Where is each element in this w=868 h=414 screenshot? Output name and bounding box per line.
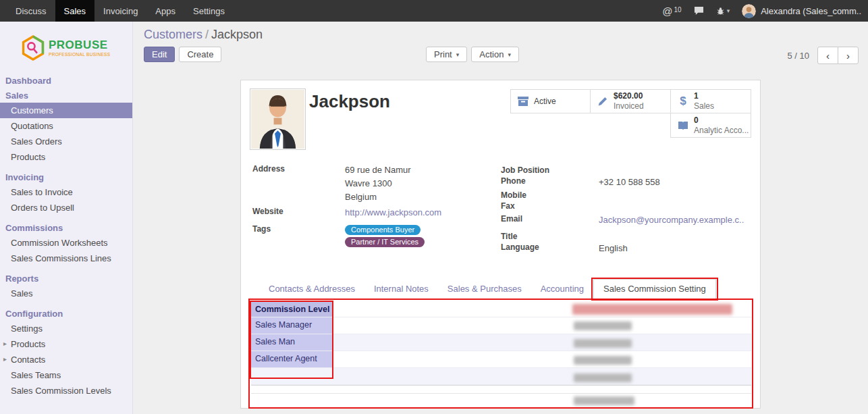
email-label: Email — [501, 214, 522, 224]
redacted-value — [574, 356, 632, 365]
breadcrumb-customers-link[interactable]: Customers — [144, 28, 202, 41]
menu-invoicing[interactable]: Invoicing — [94, 0, 146, 22]
sidebar-item-label: Contacts — [11, 355, 45, 365]
action-buttons: Print Action — [426, 47, 519, 62]
logo-hexagon-icon — [22, 35, 45, 61]
tags-label: Tags — [252, 224, 271, 234]
company-logo[interactable]: PROBUSE PROFESSIONAL BUSINESS — [0, 22, 132, 69]
form-buttons: Edit Create — [144, 47, 221, 62]
active-stat-button[interactable]: Active — [510, 89, 591, 113]
action-dropdown-button[interactable]: Action — [471, 47, 519, 62]
sidebar-item-commissions[interactable]: Commissions — [0, 220, 132, 235]
stat-label: Sales — [694, 101, 714, 111]
tab-internal-notes[interactable]: Internal Notes — [364, 279, 438, 299]
stat-value: 0 — [694, 115, 749, 126]
tags-list: Components Buyer Partner / IT Services — [345, 225, 425, 247]
sidebar-item-quotations[interactable]: Quotations — [0, 118, 132, 134]
create-button[interactable]: Create — [179, 47, 221, 62]
sidebar-item-commission-worksheets[interactable]: Commission Worksheets — [0, 235, 132, 251]
edit-button[interactable]: Edit — [144, 47, 175, 62]
sidebar-item-invoicing[interactable]: Invoicing — [0, 170, 132, 184]
sidebar-item-products[interactable]: Products — [0, 149, 132, 165]
sidebar-item-config-settings[interactable]: Settings — [0, 321, 132, 336]
main-content: Customers/Jackpson Edit Create Print Act… — [133, 22, 868, 414]
menu-settings[interactable]: Settings — [184, 0, 234, 22]
pager-next-button[interactable] — [838, 47, 859, 64]
breadcrumb-separator: / — [205, 28, 209, 41]
pencil-icon — [597, 97, 609, 106]
sidebar-item-sales-to-invoice[interactable]: Sales to Invoice — [0, 184, 132, 200]
tab-sales-purchases[interactable]: Sales & Purchases — [438, 279, 531, 299]
messages-button[interactable] — [694, 6, 704, 16]
cell-commission-level — [251, 368, 333, 384]
cell-commission-level: Sales Man — [251, 334, 333, 351]
pager: 5 / 10 — [787, 47, 859, 64]
sidebar-item-orders-to-upsell[interactable]: Orders to Upsell — [0, 200, 132, 215]
sidebar-item-customers[interactable]: Customers — [0, 103, 132, 118]
logo-text: PROBUSE PROFESSIONAL BUSINESS — [49, 39, 110, 57]
analytic-accounts-stat-button[interactable]: 0 Analytic Acco... — [670, 113, 751, 138]
sidebar-item-sales-orders[interactable]: Sales Orders — [0, 134, 132, 149]
top-navbar: Discuss Sales Invoicing Apps Settings @ … — [0, 0, 868, 22]
print-dropdown-button[interactable]: Print — [426, 47, 467, 62]
bug-icon — [716, 7, 725, 16]
sidebar-item-sales-commission-levels[interactable]: Sales Commission Levels — [0, 383, 132, 398]
tag-components-buyer: Components Buyer — [345, 225, 421, 235]
cell-value — [333, 334, 751, 351]
tab-sales-commission-setting[interactable]: Sales Commission Setting — [593, 279, 716, 299]
logo-subtitle: PROFESSIONAL BUSINESS — [49, 52, 110, 57]
sales-stat-button[interactable]: $ 1 Sales — [670, 89, 751, 113]
sidebar-item-sales[interactable]: Sales — [0, 88, 132, 103]
sidebar-item-config-contacts[interactable]: ▸ Contacts — [0, 352, 132, 367]
tab-contacts-addresses[interactable]: Contacts & Addresses — [259, 279, 364, 299]
tab-label: Sales Commission Setting — [603, 284, 706, 294]
sidebar-item-reports-sales[interactable]: Sales — [0, 286, 132, 301]
redacted-value — [574, 339, 632, 348]
menu-sales[interactable]: Sales — [55, 0, 95, 22]
tab-accounting[interactable]: Accounting — [531, 279, 593, 299]
menu-apps[interactable]: Apps — [146, 0, 184, 22]
customer-photo[interactable] — [250, 88, 306, 150]
website-link[interactable]: http://www.jackpson.com — [345, 207, 441, 217]
phone-value: +32 10 588 558 — [599, 177, 660, 187]
user-menu[interactable]: Alexandra (Sales_comm.. — [742, 4, 861, 18]
at-icon: @ — [662, 6, 672, 16]
mentions-button[interactable]: @ 10 — [662, 6, 681, 16]
user-avatar — [742, 4, 756, 18]
debug-menu-button[interactable] — [716, 7, 730, 16]
mobile-label: Mobile — [501, 190, 526, 200]
cell-value — [333, 351, 751, 367]
breadcrumb-current: Jackpson — [211, 28, 263, 41]
ledger-icon — [677, 121, 689, 130]
address-line3: Belgium — [345, 192, 377, 202]
invoiced-stat-button[interactable]: $620.00 Invoiced — [590, 89, 671, 113]
website-label: Website — [252, 207, 283, 216]
redacted-header-value — [572, 304, 732, 315]
fax-label: Fax — [501, 201, 515, 211]
businessman-avatar-image — [251, 90, 304, 149]
table-row-sales-manager[interactable]: Sales Manager — [251, 317, 751, 334]
email-link[interactable]: Jackpson@yourcompany.example.c.. — [599, 215, 744, 225]
sidebar-item-dashboard[interactable]: Dashboard — [0, 73, 132, 88]
sidebar-item-sales-teams[interactable]: Sales Teams — [0, 367, 132, 383]
topbar-right: @ 10 Alexandra (Sales_comm.. — [662, 0, 868, 22]
stat-label: Active — [534, 97, 556, 107]
sidebar-item-reports[interactable]: Reports — [0, 271, 132, 286]
sidebar-item-config-products[interactable]: ▸ Products — [0, 336, 132, 352]
column-header-commission-level[interactable]: Commission Level — [251, 302, 333, 317]
cell-value — [333, 317, 751, 334]
redacted-value — [574, 373, 632, 382]
menu-discuss[interactable]: Discuss — [7, 0, 55, 22]
table-row-callcenter-agent[interactable]: Callcenter Agent — [251, 351, 751, 368]
address-line1: 69 rue de Namur — [345, 165, 411, 175]
pager-value[interactable]: 5 / 10 — [787, 51, 809, 61]
sidebar-item-sales-commissions-lines[interactable]: Sales Commissions Lines — [0, 251, 132, 266]
table-row-sales-man[interactable]: Sales Man — [251, 334, 751, 351]
title-label: Title — [501, 232, 517, 241]
pager-buttons — [817, 47, 859, 64]
chevron-right-icon: ▸ — [3, 340, 7, 347]
sidebar-item-configuration[interactable]: Configuration — [0, 306, 132, 321]
pager-previous-button[interactable] — [817, 47, 838, 64]
job-position-label: Job Position — [501, 165, 549, 175]
table-row-empty[interactable] — [251, 368, 751, 385]
